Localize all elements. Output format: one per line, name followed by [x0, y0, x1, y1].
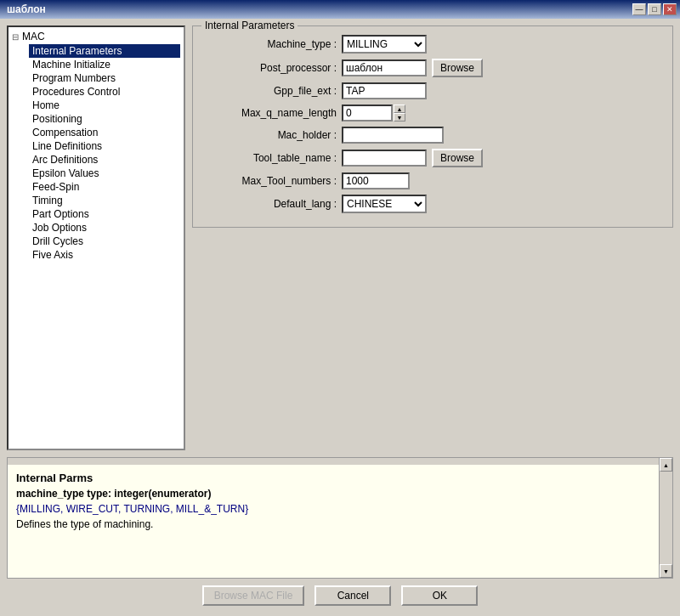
- info-section: Internal Parms machine_type type: intege…: [7, 457, 673, 579]
- tree-item-2[interactable]: Program Numbers: [29, 71, 180, 85]
- post-processor-input[interactable]: [342, 59, 427, 76]
- gpp-file-ext-input[interactable]: [342, 82, 427, 99]
- tree-item-14[interactable]: Drill Cycles: [29, 235, 180, 248]
- tree-item-12[interactable]: Part Options: [29, 207, 180, 221]
- top-section: ⊟ MAC Internal ParametersMachine Initial…: [7, 25, 673, 450]
- spinner-buttons: ▲ ▼: [394, 105, 405, 122]
- spinner-down-button[interactable]: ▼: [394, 113, 405, 122]
- info-panel-type: machine_type type: integer(enumerator): [16, 488, 650, 500]
- info-panel-values: {MILLING, WIRE_CUT, TURNING, MILL_&_TURN…: [16, 503, 650, 515]
- max-tool-numbers-input[interactable]: [342, 172, 410, 189]
- params-group: Internal Parameters Machine_type : MILLI…: [192, 25, 673, 228]
- default-lang-row: Default_lang : CHINESE ENGLISH RUSSIAN G…: [205, 195, 660, 213]
- max-tool-numbers-label: Max_Tool_numbers :: [205, 175, 337, 187]
- machine-type-select[interactable]: MILLING WIRE_CUT TURNING MILL_&_TURN: [342, 35, 427, 54]
- tree-item-15[interactable]: Five Axis: [29, 248, 180, 262]
- info-panel-wrapper: Internal Parms machine_type type: intege…: [7, 457, 673, 579]
- title-bar: шаблон — □ ✕: [0, 0, 680, 19]
- ok-button[interactable]: OK: [401, 585, 478, 606]
- info-panel-desc: Defines the type of machining.: [16, 518, 650, 530]
- mac-holder-input[interactable]: [342, 127, 444, 144]
- tree-item-10[interactable]: Feed-Spin: [29, 180, 180, 194]
- max-q-name-length-input[interactable]: [342, 105, 393, 122]
- tree-item-11[interactable]: Timing: [29, 194, 180, 207]
- bottom-buttons: Browse MAC File Cancel OK: [7, 579, 673, 609]
- close-button[interactable]: ✕: [663, 3, 677, 15]
- default-lang-label: Default_lang :: [205, 198, 337, 210]
- tree-panel: ⊟ MAC Internal ParametersMachine Initial…: [7, 25, 185, 450]
- maximize-button[interactable]: □: [648, 3, 661, 15]
- params-group-legend: Internal Parameters: [201, 20, 298, 31]
- tool-table-name-label: Tool_table_name :: [205, 152, 337, 164]
- browse-mac-file-button[interactable]: Browse MAC File: [202, 585, 305, 606]
- info-scrollbar: ▲ ▼: [659, 458, 672, 578]
- window-title: шаблон: [3, 3, 46, 15]
- tree-item-6[interactable]: Compensation: [29, 126, 180, 139]
- info-panel-title: Internal Parms: [16, 472, 650, 484]
- post-processor-row: Post_processor : Browse: [205, 59, 660, 77]
- max-tool-numbers-row: Max_Tool_numbers :: [205, 172, 660, 189]
- tree-expand-icon: ⊟: [12, 32, 19, 42]
- max-q-name-length-row: Max_q_name_length ▲ ▼: [205, 105, 660, 122]
- tree-item-3[interactable]: Procedures Control: [29, 85, 180, 99]
- tree-item-8[interactable]: Arc Definitions: [29, 153, 180, 167]
- right-panel: Internal Parameters Machine_type : MILLI…: [192, 25, 673, 450]
- max-q-name-length-spinner: ▲ ▼: [342, 105, 405, 122]
- scroll-down-button[interactable]: ▼: [660, 564, 672, 578]
- scroll-up-button[interactable]: ▲: [660, 458, 672, 472]
- tree-item-4[interactable]: Home: [29, 99, 180, 112]
- mac-holder-label: Mac_holder :: [205, 129, 337, 141]
- max-q-name-length-label: Max_q_name_length: [205, 107, 337, 119]
- tool-table-browse-button[interactable]: Browse: [432, 149, 483, 167]
- gpp-file-ext-label: Gpp_file_ext :: [205, 85, 337, 97]
- cancel-button[interactable]: Cancel: [314, 585, 391, 606]
- tree-root-label: MAC: [22, 31, 45, 42]
- info-panel: Internal Parms machine_type type: intege…: [8, 465, 659, 578]
- post-processor-browse-button[interactable]: Browse: [432, 59, 483, 77]
- post-processor-label: Post_processor :: [205, 62, 337, 74]
- tree-children: Internal ParametersMachine InitializePro…: [12, 44, 180, 262]
- tool-table-name-input[interactable]: [342, 150, 427, 167]
- gpp-file-ext-row: Gpp_file_ext :: [205, 82, 660, 99]
- spinner-up-button[interactable]: ▲: [394, 105, 405, 113]
- tree-item-9[interactable]: Epsilon Values: [29, 167, 180, 180]
- tree-item-0[interactable]: Internal Parameters: [29, 44, 180, 58]
- tool-table-name-row: Tool_table_name : Browse: [205, 149, 660, 167]
- tree-item-1[interactable]: Machine Initialize: [29, 58, 180, 71]
- default-lang-select[interactable]: CHINESE ENGLISH RUSSIAN GERMAN: [342, 195, 427, 213]
- tree-item-13[interactable]: Job Options: [29, 221, 180, 235]
- tree-item-7[interactable]: Line Definitions: [29, 139, 180, 153]
- minimize-button[interactable]: —: [632, 3, 646, 15]
- title-bar-buttons: — □ ✕: [632, 3, 677, 15]
- window-body: ⊟ MAC Internal ParametersMachine Initial…: [0, 19, 680, 616]
- machine-type-row: Machine_type : MILLING WIRE_CUT TURNING …: [205, 35, 660, 54]
- tree-item-5[interactable]: Positioning: [29, 112, 180, 126]
- tree-root: ⊟ MAC: [12, 31, 180, 42]
- mac-holder-row: Mac_holder :: [205, 127, 660, 144]
- machine-type-label: Machine_type :: [205, 38, 337, 50]
